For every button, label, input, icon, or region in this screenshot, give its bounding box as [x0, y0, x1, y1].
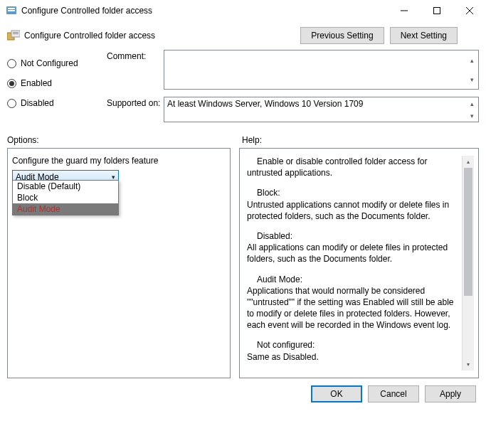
next-setting-button[interactable]: Next Setting — [390, 27, 458, 44]
help-disabled-heading: Disabled: — [247, 230, 459, 242]
state-radio-group: Not Configured Enabled Disabled — [7, 50, 107, 129]
help-audit-heading: Audit Mode: — [247, 274, 459, 285]
comment-label: Comment: — [107, 50, 164, 90]
supported-on-box: At least Windows Server, Windows 10 Vers… — [164, 97, 479, 122]
guard-folders-label: Configure the guard my folders feature — [12, 156, 226, 166]
radio-label: Not Configured — [21, 58, 78, 68]
comment-scroll[interactable]: ▴ ▾ — [465, 50, 478, 89]
radio-label: Enabled — [21, 78, 52, 88]
previous-setting-button[interactable]: Previous Setting — [300, 27, 384, 44]
radio-icon — [7, 99, 16, 108]
options-section-label: Options: — [7, 135, 235, 145]
supported-value: At least Windows Server, Windows 10 Vers… — [164, 97, 465, 122]
help-block-text: Untrusted applications cannot modify or … — [247, 200, 449, 221]
radio-disabled[interactable]: Disabled — [7, 98, 107, 108]
help-nc-text: Same as Disabled. — [247, 352, 319, 362]
radio-icon — [7, 79, 16, 88]
dialog-footer: OK Cancel Apply — [0, 378, 486, 402]
close-button[interactable] — [453, 0, 486, 21]
header-title: Configure Controlled folder access — [24, 31, 300, 41]
minimize-button[interactable] — [388, 0, 421, 21]
scroll-up-icon[interactable]: ▴ — [465, 97, 478, 110]
app-icon — [6, 5, 17, 16]
ok-button[interactable]: OK — [311, 385, 362, 402]
supported-label: Supported on: — [107, 97, 164, 122]
help-scrollbar[interactable]: ▴ ▾ — [462, 156, 474, 370]
help-section-label: Help: — [235, 135, 479, 145]
svg-rect-10 — [13, 33, 19, 34]
dropdown-item-block[interactable]: Block — [13, 192, 118, 203]
scroll-down-icon[interactable]: ▾ — [463, 358, 474, 370]
svg-rect-1 — [8, 8, 15, 9]
dropdown-item-audit-mode[interactable]: Audit Mode — [13, 203, 118, 215]
titlebar: Configure Controlled folder access — [0, 0, 486, 21]
cancel-button[interactable]: Cancel — [368, 385, 419, 402]
radio-not-configured[interactable]: Not Configured — [7, 58, 107, 68]
scroll-down-icon[interactable]: ▾ — [465, 110, 478, 122]
apply-button[interactable]: Apply — [425, 385, 476, 402]
comment-value — [164, 50, 465, 89]
radio-icon — [7, 59, 16, 68]
radio-label: Disabled — [21, 98, 54, 108]
help-disabled-text: All applications can modify or delete fi… — [247, 242, 448, 264]
scroll-down-icon[interactable]: ▾ — [465, 70, 478, 89]
radio-enabled[interactable]: Enabled — [7, 78, 107, 88]
scrollbar-thumb[interactable] — [464, 168, 472, 296]
help-audit-text: Applications that would normally be cons… — [247, 286, 454, 331]
help-block-heading: Block: — [247, 187, 459, 198]
help-nc-heading: Not configured: — [247, 339, 459, 351]
scroll-up-icon[interactable]: ▴ — [463, 156, 474, 168]
header: Configure Controlled folder access Previ… — [0, 21, 486, 47]
scroll-up-icon[interactable]: ▴ — [465, 50, 478, 70]
supported-scroll[interactable]: ▴ ▾ — [465, 97, 478, 122]
dropdown-item-disable[interactable]: Disable (Default) — [13, 181, 118, 192]
svg-rect-4 — [434, 8, 440, 14]
options-panel: Configure the guard my folders feature A… — [7, 148, 231, 378]
help-text: Enable or disable controlled folder acce… — [247, 156, 462, 370]
maximize-button[interactable] — [421, 0, 453, 21]
scrollbar-track[interactable] — [463, 168, 474, 358]
policy-icon — [7, 30, 20, 41]
svg-rect-9 — [13, 32, 19, 33]
help-intro: Enable or disable controlled folder acce… — [247, 156, 459, 178]
help-panel: Enable or disable controlled folder acce… — [239, 148, 479, 378]
window-title: Configure Controlled folder access — [21, 6, 388, 16]
comment-textarea[interactable]: ▴ ▾ — [164, 50, 479, 90]
guard-folders-dropdown[interactable]: Disable (Default) Block Audit Mode — [12, 180, 119, 215]
svg-rect-2 — [8, 10, 15, 11]
